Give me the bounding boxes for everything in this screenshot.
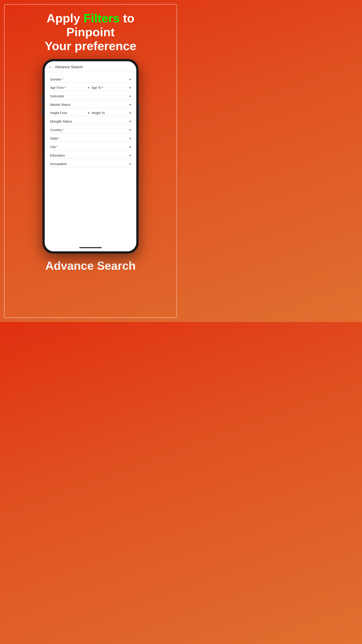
country-label: Country *	[50, 128, 64, 132]
manglik-status-label: Manglik Status	[50, 120, 72, 123]
manglik-status-field: Manglik Status ▾	[50, 116, 131, 125]
occupation-label: Occupation	[50, 162, 67, 166]
age-from-dropdown-arrow[interactable]: ▾	[88, 86, 89, 90]
filter-highlight: Filters	[83, 12, 120, 25]
home-indicator	[79, 247, 102, 248]
occupation-dropdown-arrow[interactable]: ▾	[129, 162, 131, 166]
city-required: *	[56, 145, 58, 149]
age-from-required: *	[64, 86, 65, 90]
header-title: Apply Filters to Pinpoint Your preferenc…	[45, 11, 136, 53]
marital-status-field: Marital Status ▾	[50, 100, 131, 108]
age-to-label: Age To *	[92, 86, 103, 90]
marital-status-label: Marital Status	[50, 103, 71, 106]
height-from-dropdown-arrow[interactable]: ▾	[88, 111, 89, 115]
state-required: *	[58, 136, 60, 140]
gender-label: Gender *	[50, 77, 63, 81]
side-button-vol-up	[41, 95, 42, 104]
state-label: State *	[50, 136, 60, 140]
topbar-title: Advance Search	[55, 65, 83, 69]
country-field: Country * ▾	[50, 125, 131, 133]
back-arrow-icon[interactable]: ←	[48, 64, 53, 70]
header-line2: Pinpoint	[66, 25, 115, 39]
phone-bottom-bar	[45, 245, 136, 251]
height-to-field: Height To ▾	[92, 111, 131, 115]
education-field: Education ▾	[50, 150, 131, 159]
manglik-status-dropdown-arrow[interactable]: ▾	[129, 120, 131, 123]
phone-mockup: ← Advance Search Gender * ▾ Age From *	[42, 59, 139, 254]
age-to-required: *	[102, 86, 103, 90]
footer-text: Advance Search	[45, 259, 136, 272]
header-line3: Your preference	[45, 39, 136, 52]
header-section: Apply Filters to Pinpoint Your preferenc…	[36, 11, 145, 53]
city-label: City *	[50, 145, 58, 149]
age-to-field: Age To * ▾	[92, 86, 131, 90]
phone-topbar: ← Advance Search	[45, 61, 136, 72]
age-from-label: Age From *	[50, 86, 66, 90]
occupation-field: Occupation ▾	[50, 159, 131, 167]
city-dropdown-arrow[interactable]: ▾	[129, 145, 131, 149]
education-label: Education	[50, 154, 65, 157]
subcaste-field: Subcaste ▾	[50, 91, 131, 100]
height-from-field: Height From ▾	[50, 111, 89, 115]
gender-required: *	[62, 77, 63, 81]
height-to-dropdown-arrow[interactable]: ▾	[129, 111, 131, 115]
form-content: Gender * ▾ Age From * ▾ Age To *	[45, 72, 136, 245]
height-field-double: Height From ▾ Height To ▾	[50, 108, 131, 116]
height-from-label: Height From	[50, 111, 67, 115]
gender-field: Gender * ▾	[50, 74, 131, 83]
side-button-vol-down	[41, 106, 42, 115]
country-required: *	[62, 128, 64, 132]
side-button-power	[139, 104, 139, 120]
marital-status-dropdown-arrow[interactable]: ▾	[129, 103, 131, 106]
education-dropdown-arrow[interactable]: ▾	[129, 154, 131, 157]
phone-inner: ← Advance Search Gender * ▾ Age From *	[45, 61, 136, 251]
country-dropdown-arrow[interactable]: ▾	[129, 128, 131, 132]
city-field: City * ▾	[50, 142, 131, 150]
gender-dropdown-arrow[interactable]: ▾	[129, 78, 131, 81]
subcaste-dropdown-arrow[interactable]: ▾	[129, 94, 131, 98]
subcaste-label: Subcaste	[50, 94, 64, 98]
age-field-double: Age From * ▾ Age To * ▾	[50, 83, 131, 91]
age-to-dropdown-arrow[interactable]: ▾	[129, 86, 131, 90]
state-field: State * ▾	[50, 133, 131, 142]
height-to-label: Height To	[92, 111, 105, 115]
age-from-field: Age From * ▾	[50, 86, 89, 90]
state-dropdown-arrow[interactable]: ▾	[129, 137, 131, 140]
